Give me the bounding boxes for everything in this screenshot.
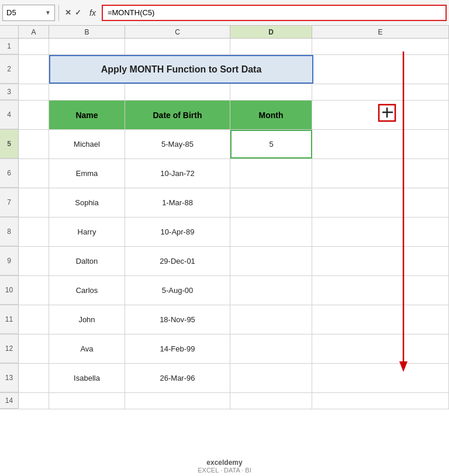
cell-d5[interactable]: 5 bbox=[230, 130, 312, 158]
cell-a10[interactable] bbox=[19, 276, 49, 305]
cell-a2[interactable] bbox=[19, 55, 49, 84]
cell-e12[interactable] bbox=[312, 334, 449, 363]
row-num-8: 8 bbox=[0, 218, 19, 246]
cell-b3[interactable] bbox=[49, 84, 125, 100]
cell-d7[interactable] bbox=[230, 188, 312, 217]
cell-a1[interactable] bbox=[19, 39, 49, 54]
cell-b10[interactable]: Carlos bbox=[49, 276, 125, 305]
row-2: 2 Apply MONTH Function to Sort Data bbox=[0, 55, 449, 84]
spreadsheet-wrapper: A B C D E 1 2 Apply MONTH Function to So… bbox=[0, 26, 449, 455]
cell-e7[interactable] bbox=[312, 188, 449, 217]
cell-a14[interactable] bbox=[19, 393, 49, 409]
cell-c14[interactable] bbox=[125, 393, 230, 409]
cell-d6[interactable] bbox=[230, 159, 312, 188]
cell-c9[interactable]: 29-Dec-01 bbox=[125, 247, 230, 275]
header-name[interactable]: Name bbox=[49, 101, 125, 129]
col-header-a[interactable]: A bbox=[19, 26, 49, 38]
cell-c1[interactable] bbox=[125, 39, 230, 54]
cell-c5[interactable]: 5-May-85 bbox=[125, 130, 230, 158]
cell-d12[interactable] bbox=[230, 334, 312, 363]
cell-d9[interactable] bbox=[230, 247, 312, 275]
col-header-c[interactable]: C bbox=[125, 26, 230, 38]
cell-d8[interactable] bbox=[230, 218, 312, 246]
row-num-7: 7 bbox=[0, 188, 19, 217]
cell-c7[interactable]: 1-Mar-88 bbox=[125, 188, 230, 217]
cell-a6[interactable] bbox=[19, 159, 49, 188]
cell-b11[interactable]: John bbox=[49, 305, 125, 334]
cell-c10[interactable]: 5-Aug-00 bbox=[125, 276, 230, 305]
confirm-icon[interactable]: ✓ bbox=[75, 8, 81, 17]
cell-a7[interactable] bbox=[19, 188, 49, 217]
cell-a4[interactable] bbox=[19, 101, 49, 129]
cell-a5[interactable] bbox=[19, 130, 49, 158]
row-3: 3 bbox=[0, 84, 449, 101]
cell-b9[interactable]: Dalton bbox=[49, 247, 125, 275]
row-num-4: 4 bbox=[0, 101, 19, 129]
row-num-11: 11 bbox=[0, 305, 19, 334]
cell-d3[interactable] bbox=[230, 84, 312, 100]
cell-e2[interactable] bbox=[313, 55, 449, 84]
cell-b8[interactable]: Harry bbox=[49, 218, 125, 246]
fx-text: fx bbox=[89, 8, 96, 18]
cell-e5[interactable] bbox=[312, 130, 449, 158]
row-12: 12 Ava 14-Feb-99 bbox=[0, 334, 449, 364]
cell-a11[interactable] bbox=[19, 305, 49, 334]
cell-a12[interactable] bbox=[19, 334, 49, 363]
cell-d10[interactable] bbox=[230, 276, 312, 305]
cell-d13[interactable] bbox=[230, 364, 312, 392]
cell-c11[interactable]: 18-Nov-95 bbox=[125, 305, 230, 334]
cell-b6[interactable]: Emma bbox=[49, 159, 125, 188]
cell-name-dropdown-icon: ▼ bbox=[45, 9, 51, 16]
col-header-d[interactable]: D bbox=[230, 26, 312, 38]
cell-e10[interactable] bbox=[312, 276, 449, 305]
row-10: 10 Carlos 5-Aug-00 bbox=[0, 276, 449, 305]
cell-c3[interactable] bbox=[125, 84, 230, 100]
cell-e13[interactable] bbox=[312, 364, 449, 392]
cell-e11[interactable] bbox=[312, 305, 449, 334]
cell-e9[interactable] bbox=[312, 247, 449, 275]
col-header-e[interactable]: E bbox=[312, 26, 449, 38]
cell-c13[interactable]: 26-Mar-96 bbox=[125, 364, 230, 392]
cell-c8[interactable]: 10-Apr-89 bbox=[125, 218, 230, 246]
formula-input[interactable]: =MONTH(C5) bbox=[102, 5, 447, 21]
cell-b1[interactable] bbox=[49, 39, 125, 54]
row-num-14: 14 bbox=[0, 393, 19, 409]
cell-name-box[interactable]: D5 ▼ bbox=[2, 5, 55, 21]
fx-label: fx bbox=[86, 8, 99, 18]
cell-name-text: D5 bbox=[6, 8, 16, 17]
cancel-icon[interactable]: ✕ bbox=[65, 8, 71, 17]
cell-b12[interactable]: Ava bbox=[49, 334, 125, 363]
cell-a3[interactable] bbox=[19, 84, 49, 100]
row-11: 11 John 18-Nov-95 bbox=[0, 305, 449, 334]
cell-b7[interactable]: Sophia bbox=[49, 188, 125, 217]
cell-e14[interactable] bbox=[312, 393, 449, 409]
cell-e6[interactable] bbox=[312, 159, 449, 188]
cell-a9[interactable] bbox=[19, 247, 49, 275]
cell-e3[interactable] bbox=[312, 84, 449, 100]
cell-b13[interactable]: Isabella bbox=[49, 364, 125, 392]
row-num-13: 13 bbox=[0, 364, 19, 392]
cell-e4[interactable] bbox=[312, 101, 449, 129]
cell-d1[interactable] bbox=[230, 39, 312, 54]
cell-e1[interactable] bbox=[312, 39, 449, 54]
watermark-logo: exceldemy bbox=[0, 458, 449, 467]
title-cell: Apply MONTH Function to Sort Data bbox=[49, 55, 313, 84]
cell-b5[interactable]: Michael bbox=[49, 130, 125, 158]
header-month[interactable]: Month bbox=[230, 101, 312, 129]
cell-e8[interactable] bbox=[312, 218, 449, 246]
row-num-6: 6 bbox=[0, 159, 19, 188]
row-9: 9 Dalton 29-Dec-01 bbox=[0, 247, 449, 276]
cell-b14[interactable] bbox=[49, 393, 125, 409]
row-13: 13 Isabella 26-Mar-96 bbox=[0, 364, 449, 393]
header-dob[interactable]: Date of Birth bbox=[125, 101, 230, 129]
cell-c6[interactable]: 10-Jan-72 bbox=[125, 159, 230, 188]
cell-a8[interactable] bbox=[19, 218, 49, 246]
cell-d11[interactable] bbox=[230, 305, 312, 334]
cell-a13[interactable] bbox=[19, 364, 49, 392]
watermark-tagline: EXCEL · DATA · BI bbox=[0, 467, 449, 474]
cell-d14[interactable] bbox=[230, 393, 312, 409]
row-num-9: 9 bbox=[0, 247, 19, 275]
cell-c12[interactable]: 14-Feb-99 bbox=[125, 334, 230, 363]
col-header-b[interactable]: B bbox=[49, 26, 125, 38]
row-num-3: 3 bbox=[0, 84, 19, 100]
